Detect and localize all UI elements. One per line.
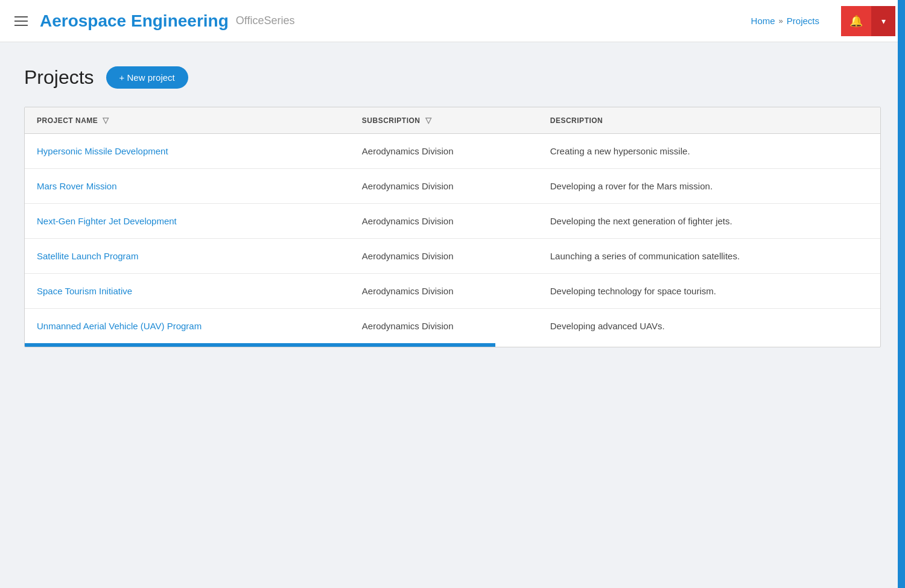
cell-project-name: Satellite Launch Program [25,239,350,274]
project-name-link[interactable]: Unmanned Aerial Vehicle (UAV) Program [37,321,202,331]
table-row: Next-Gen Fighter Jet DevelopmentAerodyna… [25,204,880,239]
cell-project-name: Next-Gen Fighter Jet Development [25,204,350,239]
table-row: Unmanned Aerial Vehicle (UAV) ProgramAer… [25,309,880,344]
table-row: Hypersonic Missile DevelopmentAerodynami… [25,134,880,169]
table-row: Mars Rover MissionAerodynamics DivisionD… [25,169,880,204]
table-header-row: PROJECT NAME ▽ SUBSCRIPTION ▽ DESCRIPTIO… [25,107,880,134]
new-project-button[interactable]: + New project [106,66,188,89]
app-subtitle: OfficeSeries [236,14,295,27]
project-name-link[interactable]: Mars Rover Mission [37,181,117,191]
cell-project-name: Space Tourism Initiative [25,274,350,309]
horizontal-scrollbar[interactable] [25,343,495,347]
col-label-subscription: SUBSCRIPTION [362,116,421,125]
project-name-link[interactable]: Satellite Launch Program [37,251,138,261]
projects-table: PROJECT NAME ▽ SUBSCRIPTION ▽ DESCRIPTIO… [25,107,880,343]
main-content: Projects + New project PROJECT NAME ▽ SU… [0,42,905,371]
header-actions: 🔔 ▾ [841,6,895,36]
chevron-down-icon: ▾ [881,16,886,26]
page-scrollbar-thumb[interactable] [898,0,905,588]
table-body: Hypersonic Missile DevelopmentAerodynami… [25,134,880,344]
hamburger-button[interactable] [10,11,33,31]
project-name-link[interactable]: Space Tourism Initiative [37,286,132,296]
hamburger-line-3 [14,25,28,26]
cell-project-name: Mars Rover Mission [25,169,350,204]
col-label-description: DESCRIPTION [550,116,603,125]
cell-description: Launching a series of communication sate… [538,239,880,274]
col-header-description: DESCRIPTION [538,107,880,134]
cell-subscription: Aerodynamics Division [350,239,538,274]
page-scrollbar[interactable] [898,0,905,588]
cell-subscription: Aerodynamics Division [350,204,538,239]
cell-description: Developing technology for space tourism. [538,274,880,309]
projects-table-wrapper: PROJECT NAME ▽ SUBSCRIPTION ▽ DESCRIPTIO… [24,107,881,347]
page-header: Projects + New project [24,66,881,89]
cell-subscription: Aerodynamics Division [350,309,538,344]
table-row: Satellite Launch ProgramAerodynamics Div… [25,239,880,274]
page-title: Projects [24,66,94,89]
breadcrumb-separator: » [779,16,783,25]
project-name-filter-icon[interactable]: ▽ [103,116,109,125]
breadcrumb-home-link[interactable]: Home [751,16,775,26]
cell-subscription: Aerodynamics Division [350,134,538,169]
project-name-link[interactable]: Hypersonic Missile Development [37,146,168,156]
breadcrumb-current: Projects [787,16,819,26]
cell-description: Developing the next generation of fighte… [538,204,880,239]
bell-icon: 🔔 [849,14,863,28]
col-header-project-name: PROJECT NAME ▽ [25,107,350,134]
app-header: Aerospace Engineering OfficeSeries Home … [0,0,905,42]
cell-description: Creating a new hypersonic missile. [538,134,880,169]
cell-project-name: Unmanned Aerial Vehicle (UAV) Program [25,309,350,344]
user-dropdown-button[interactable]: ▾ [871,6,895,36]
project-name-link[interactable]: Next-Gen Fighter Jet Development [37,216,177,226]
table-row: Space Tourism InitiativeAerodynamics Div… [25,274,880,309]
app-title: Aerospace Engineering [40,11,229,31]
notification-button[interactable]: 🔔 [841,6,871,36]
col-header-subscription: SUBSCRIPTION ▽ [350,107,538,134]
col-label-project-name: PROJECT NAME [37,116,98,125]
cell-description: Developing a rover for the Mars mission. [538,169,880,204]
cell-subscription: Aerodynamics Division [350,169,538,204]
hamburger-line-1 [14,16,28,17]
hamburger-line-2 [14,21,28,22]
subscription-filter-icon[interactable]: ▽ [425,116,432,125]
cell-description: Developing advanced UAVs. [538,309,880,344]
cell-subscription: Aerodynamics Division [350,274,538,309]
breadcrumb: Home » Projects [751,16,819,26]
cell-project-name: Hypersonic Missile Development [25,134,350,169]
